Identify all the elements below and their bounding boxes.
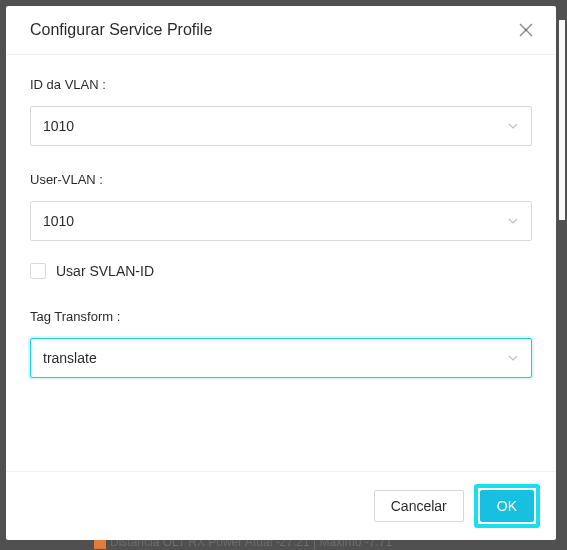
user-vlan-value: 1010 xyxy=(43,213,74,229)
close-button[interactable] xyxy=(516,20,536,40)
modal-backdrop: Distância OLT RX Power Atual -27.21 | Má… xyxy=(0,0,567,550)
tag-transform-value: translate xyxy=(43,350,97,366)
field-user-vlan: User-VLAN : 1010 xyxy=(30,172,532,241)
background-panel xyxy=(559,20,565,220)
chevron-down-icon xyxy=(507,120,519,132)
modal-footer: Cancelar OK xyxy=(6,471,556,540)
field-use-svlan: Usar SVLAN-ID xyxy=(30,263,532,279)
field-vlan-id: ID da VLAN : 1010 xyxy=(30,77,532,146)
close-icon xyxy=(519,23,533,37)
user-vlan-label: User-VLAN : xyxy=(30,172,532,187)
cancel-button[interactable]: Cancelar xyxy=(374,490,464,522)
use-svlan-checkbox[interactable] xyxy=(30,263,46,279)
vlan-id-label: ID da VLAN : xyxy=(30,77,532,92)
ok-button[interactable]: OK xyxy=(480,490,534,522)
ok-button-highlight: OK xyxy=(474,484,540,528)
use-svlan-label: Usar SVLAN-ID xyxy=(56,263,154,279)
vlan-id-select[interactable]: 1010 xyxy=(30,106,532,146)
service-profile-modal: Configurar Service Profile ID da VLAN : … xyxy=(6,6,556,540)
tag-transform-label: Tag Transform : xyxy=(30,309,532,324)
modal-body: ID da VLAN : 1010 User-VLAN : 1010 xyxy=(6,55,556,471)
background-status-icon xyxy=(94,539,106,549)
modal-title: Configurar Service Profile xyxy=(30,21,212,39)
field-tag-transform: Tag Transform : translate xyxy=(30,309,532,378)
modal-header: Configurar Service Profile xyxy=(6,6,556,55)
user-vlan-select[interactable]: 1010 xyxy=(30,201,532,241)
chevron-down-icon xyxy=(507,215,519,227)
chevron-down-icon xyxy=(507,352,519,364)
vlan-id-value: 1010 xyxy=(43,118,74,134)
tag-transform-select[interactable]: translate xyxy=(30,338,532,378)
